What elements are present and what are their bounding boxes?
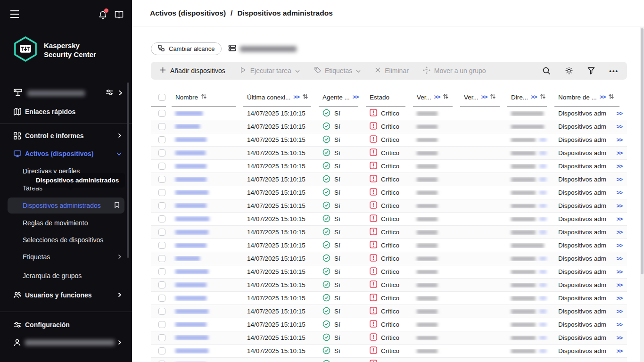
server-properties-sliders-icon[interactable] <box>105 88 114 99</box>
sidebar-item-activos-dispositivos[interactable]: Activos (dispositivos) <box>0 145 132 163</box>
row-checkbox[interactable] <box>158 215 165 222</box>
filter-funnel-icon[interactable] <box>587 67 595 74</box>
device-name-cell[interactable] <box>172 124 243 129</box>
breadcrumb-parent[interactable]: Activos (dispositivos) <box>150 9 226 17</box>
table-row[interactable]: 14/07/2025 15:10:15 Sí Crítico Dispositi… <box>151 133 627 147</box>
row-checkbox[interactable] <box>158 308 165 315</box>
gear-icon[interactable] <box>565 66 573 75</box>
tags-button[interactable]: Etiquetas <box>314 66 361 75</box>
more-options-icon[interactable]: ••• <box>609 67 619 74</box>
row-checkbox[interactable] <box>158 176 165 183</box>
device-name-cell[interactable] <box>172 243 243 248</box>
device-name-cell[interactable] <box>172 230 243 235</box>
group-more-link[interactable]: >> <box>616 123 622 130</box>
row-checkbox[interactable] <box>158 255 165 262</box>
row-checkbox[interactable] <box>158 229 165 236</box>
bookmark-icon[interactable] <box>114 202 120 210</box>
sidebar-item-etiquetas[interactable]: Etiquetas <box>0 248 132 265</box>
table-row[interactable]: 14/07/2025 15:10:15 Sí Crítico Dispositi… <box>151 279 627 292</box>
device-name-cell[interactable] <box>172 190 243 195</box>
device-name-cell[interactable] <box>172 322 243 327</box>
table-row[interactable]: 14/07/2025 15:10:15 Sí Crítico Dispositi… <box>151 345 627 358</box>
group-more-link[interactable]: >> <box>616 189 622 196</box>
table-row[interactable]: 14/07/2025 15:10:15 Sí Crítico Dispositi… <box>151 160 627 173</box>
group-more-link[interactable]: >> <box>616 255 622 262</box>
hamburger-menu-icon[interactable] <box>10 10 19 20</box>
row-checkbox[interactable] <box>158 123 165 130</box>
table-row[interactable]: 14/07/2025 15:10:15 Sí Crítico Dispositi… <box>151 147 627 160</box>
sidebar-scrollbar-thumb[interactable] <box>127 82 129 258</box>
sidebar-item-configuracion[interactable]: Configuración <box>0 316 132 334</box>
sidebar-item-usuarios-y-funciones[interactable]: Usuarios y funciones <box>0 286 132 304</box>
column-header-ultima-conexion[interactable]: Última conexi... >> <box>243 92 319 107</box>
device-name-cell[interactable] <box>172 150 243 156</box>
table-row[interactable]: 14/07/2025 15:10:15 Sí Crítico Dispositi… <box>151 186 627 199</box>
row-checkbox[interactable] <box>158 136 165 143</box>
move-to-group-button[interactable]: Mover a un grupo <box>423 66 486 75</box>
sidebar-item-jerarquia-de-grupos[interactable]: Jerarquía de grupos <box>0 267 132 284</box>
device-name-cell[interactable] <box>172 203 243 208</box>
run-task-button[interactable]: Ejecutar tarea <box>239 66 300 75</box>
table-row[interactable]: 14/07/2025 15:10:15 Sí Crítico Dispositi… <box>151 265 627 279</box>
device-name-cell[interactable] <box>172 216 243 222</box>
table-row[interactable]: 14/07/2025 15:10:15 Sí Crítico Dispositi… <box>151 292 627 305</box>
table-row[interactable]: 14/07/2025 15:10:15 Sí Crítico Dispositi… <box>151 213 627 226</box>
sidebar-item-user-account[interactable] <box>0 334 132 352</box>
device-name-cell[interactable] <box>172 296 243 301</box>
device-name-cell[interactable] <box>172 335 243 340</box>
table-row[interactable]: 14/07/2025 15:10:15 Sí Crítico Dispositi… <box>151 252 627 265</box>
column-header-direccion[interactable]: Dire... >> <box>507 92 554 107</box>
table-row[interactable]: 14/07/2025 15:10:15 Sí Crítico Dispositi… <box>151 318 627 331</box>
column-header-version-1[interactable]: Ver... >> <box>413 92 460 107</box>
column-header-nombre[interactable]: Nombre <box>172 92 243 107</box>
row-checkbox[interactable] <box>158 334 165 341</box>
table-row[interactable]: 14/07/2025 15:10:15 Sí Crítico Dispositi… <box>151 199 627 213</box>
device-name-cell[interactable] <box>172 309 243 314</box>
column-expand-link[interactable]: >> <box>531 94 537 100</box>
row-checkbox[interactable] <box>158 163 165 170</box>
sidebar-item-reglas-de-movimiento[interactable]: Reglas de movimiento <box>0 214 132 231</box>
table-row[interactable]: 14/07/2025 15:10:15 Sí Crítico Dispositi… <box>151 331 627 345</box>
device-name-cell[interactable] <box>172 137 243 142</box>
delete-button[interactable]: Eliminar <box>375 67 409 74</box>
table-row[interactable]: 14/07/2025 15:10:15 Sí Crítico Dispositi… <box>151 239 627 252</box>
column-expand-link[interactable]: >> <box>293 94 299 100</box>
column-header-estado[interactable]: Estado <box>366 92 413 107</box>
column-expand-link[interactable]: >> <box>481 94 487 100</box>
add-devices-button[interactable]: Añadir dispositivos <box>159 66 225 75</box>
group-more-link[interactable]: >> <box>616 348 622 354</box>
row-checkbox[interactable] <box>158 149 165 156</box>
device-name-cell[interactable] <box>172 164 243 169</box>
group-more-link[interactable]: >> <box>616 203 622 209</box>
group-more-link[interactable]: >> <box>616 282 622 288</box>
device-name-cell[interactable] <box>172 177 243 182</box>
column-expand-link[interactable]: >> <box>600 94 606 100</box>
group-more-link[interactable]: >> <box>616 176 622 183</box>
server-selector[interactable] <box>0 86 132 101</box>
main-scrollbar-thumb[interactable] <box>641 28 644 274</box>
row-checkbox[interactable] <box>158 268 165 275</box>
group-more-link[interactable]: >> <box>616 137 622 143</box>
device-name-cell[interactable] <box>172 348 243 354</box>
sidebar-item-enlaces-rapidos[interactable]: Enlaces rápidos <box>0 103 132 121</box>
sidebar-item-dispositivos-administrados[interactable]: Dispositivos administrados <box>8 197 124 214</box>
device-name-cell[interactable] <box>172 111 243 116</box>
group-more-link[interactable]: >> <box>616 216 622 222</box>
column-header-agente[interactable]: Agente ... >> <box>319 92 366 107</box>
documentation-book-icon[interactable] <box>115 10 124 21</box>
sidebar-item-selecciones-de-dispositivos[interactable]: Selecciones de dispositivos <box>0 231 132 248</box>
sidebar-item-control-e-informes[interactable]: Control e informes <box>0 127 132 145</box>
table-row[interactable]: 14/07/2025 15:10:15 Sí Crítico Dispositi… <box>151 226 627 239</box>
group-more-link[interactable]: >> <box>616 242 622 249</box>
group-more-link[interactable]: >> <box>616 110 622 117</box>
table-row[interactable]: 14/07/2025 15:10:15 Sí Crítico Dispositi… <box>151 305 627 318</box>
row-checkbox[interactable] <box>158 347 165 354</box>
group-more-link[interactable]: >> <box>616 308 622 315</box>
device-name-cell[interactable] <box>172 269 243 274</box>
row-checkbox[interactable] <box>158 242 165 249</box>
group-more-link[interactable]: >> <box>616 150 622 156</box>
group-more-link[interactable]: >> <box>616 163 622 170</box>
column-expand-link[interactable]: >> <box>353 94 359 100</box>
column-header-version-2[interactable]: Ver... >> <box>460 92 507 107</box>
device-name-cell[interactable] <box>172 282 243 288</box>
